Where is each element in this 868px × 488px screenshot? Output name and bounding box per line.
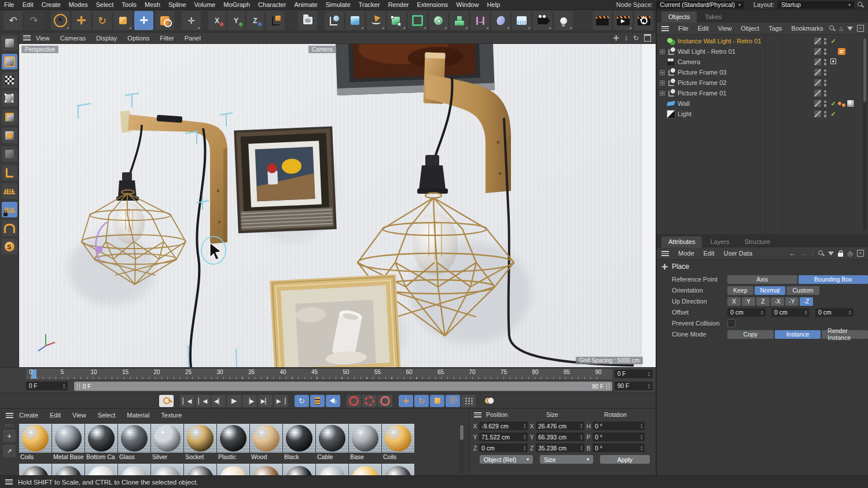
material-thumbnail[interactable] — [382, 424, 414, 453]
option-instance[interactable]: Instance — [775, 330, 821, 339]
render-settings-icon[interactable] — [634, 11, 653, 30]
generator-icon[interactable] — [408, 11, 427, 30]
menu-item-select[interactable]: Select — [92, 1, 118, 8]
material-item[interactable]: Black — [283, 424, 315, 462]
workplane-icon[interactable] — [2, 183, 17, 199]
visibility-toggle-icon[interactable] — [814, 79, 821, 86]
layout-dropdown[interactable]: Startup▾ — [778, 1, 854, 9]
scale-tool-icon[interactable] — [113, 11, 133, 30]
material-drag-handle[interactable] — [5, 424, 14, 427]
texture-mode-icon[interactable] — [2, 72, 17, 88]
status-menu-icon[interactable] — [5, 479, 13, 485]
asset-browser-icon[interactable] — [298, 11, 317, 30]
option-keep[interactable]: Keep — [727, 286, 753, 295]
render-visibility-dots[interactable] — [824, 111, 827, 117]
expand-toggle-icon[interactable]: + — [660, 80, 665, 86]
menu-item-mode[interactable]: Mode — [674, 250, 699, 257]
render-visibility-dots[interactable] — [824, 49, 827, 55]
cube-primitive-icon[interactable] — [345, 11, 365, 30]
record-keyframe-icon[interactable] — [159, 395, 174, 407]
material-scrollbar[interactable] — [459, 424, 464, 474]
menu-item-edit[interactable]: Edit — [693, 25, 713, 32]
material-item[interactable]: Socket — [184, 424, 216, 462]
edge-mode-icon[interactable] — [2, 109, 17, 125]
viewport[interactable]: ViewCamerasDisplayOptionsFilterPanel ✛ ↕… — [19, 32, 656, 367]
track-icon[interactable]: ◎ — [847, 250, 853, 257]
material-item-partial[interactable] — [19, 464, 52, 475]
render-visibility-dots[interactable] — [824, 38, 827, 45]
enabled-check-icon[interactable]: ✓ — [829, 38, 838, 45]
search-icon[interactable] — [858, 2, 863, 8]
goto-start-icon[interactable]: ▏◀ — [180, 395, 194, 407]
material-thumbnail[interactable] — [283, 424, 315, 453]
undo-button[interactable]: ↶ — [3, 11, 23, 30]
key-position-toggle[interactable]: ✛ — [399, 395, 413, 407]
material-item-partial[interactable] — [349, 464, 381, 475]
menu-item-view[interactable]: View — [713, 25, 737, 32]
material-item[interactable]: Plastic — [217, 424, 249, 462]
key-rotation-toggle[interactable]: ↻ — [414, 395, 429, 407]
menu-item-file[interactable]: File — [674, 25, 693, 32]
material-item-partial[interactable] — [184, 464, 216, 475]
range-start-handle[interactable] — [77, 383, 80, 389]
render-visibility-dots[interactable] — [824, 101, 827, 107]
play-sound-icon[interactable]: ) — [326, 395, 340, 407]
camera-badge[interactable]: Camera — [308, 46, 336, 53]
material-menu-icon[interactable] — [6, 413, 13, 418]
render-picture-viewer-icon[interactable]: ▶ — [613, 11, 632, 30]
texture-tag-icon[interactable] — [847, 99, 855, 108]
object-tree-item[interactable]: +Picture Frame 01 — [657, 88, 868, 98]
material-item-partial[interactable] — [151, 464, 183, 475]
play-forward-icon[interactable]: ▶ — [227, 395, 241, 407]
option--z[interactable]: -Z — [800, 297, 813, 306]
material-thumbnail[interactable] — [118, 424, 150, 453]
object-path-icon[interactable]: △ — [839, 25, 843, 31]
option-custom[interactable]: Custom — [786, 286, 819, 295]
rotate-tool-icon[interactable]: ↻ — [93, 11, 112, 30]
lock-icon[interactable] — [838, 253, 843, 257]
current-frame-field[interactable]: 0 F▴▾ — [26, 382, 68, 390]
visibility-toggle-icon[interactable] — [814, 69, 821, 76]
zoom-view-icon[interactable]: ↕ — [624, 34, 628, 42]
rotation-b-field[interactable]: 0 °▴▾ — [593, 443, 645, 452]
object-filter-icon[interactable] — [847, 27, 853, 31]
y-axis-lock-icon[interactable]: Y — [227, 11, 245, 30]
attribute-filter-icon[interactable] — [828, 252, 834, 256]
rotation-p-field[interactable]: 0 °▴▾ — [593, 432, 645, 441]
maximize-view-icon[interactable] — [644, 34, 651, 42]
material-item[interactable]: Base — [349, 424, 381, 462]
floor-environment-icon[interactable] — [512, 11, 531, 30]
apply-button[interactable]: Apply — [600, 455, 650, 464]
render-view-icon[interactable] — [593, 11, 612, 30]
menu-item-object[interactable]: Object — [736, 25, 764, 32]
render-visibility-dots[interactable] — [824, 80, 827, 86]
material-item-partial[interactable] — [85, 464, 117, 475]
redo-button[interactable]: ↷ — [24, 11, 43, 30]
menu-item-edit[interactable]: Edit — [44, 412, 67, 419]
point-mode-icon[interactable] — [2, 91, 17, 106]
attribute-search-icon[interactable] — [818, 250, 824, 256]
menu-item-edit[interactable]: Edit — [19, 1, 38, 8]
object-tree-item[interactable]: +Light✓ — [657, 109, 868, 119]
option-axis[interactable]: Axis — [727, 275, 797, 284]
menu-item-select[interactable]: Select — [92, 412, 122, 419]
rotate-view-icon[interactable]: ↻ — [633, 34, 639, 42]
size-y-field[interactable]: 66.393 cm▴▾ — [536, 432, 584, 441]
coordinates-menu-icon[interactable] — [474, 412, 481, 417]
menu-item-simulate[interactable]: Simulate — [322, 1, 355, 8]
object-tree-item[interactable]: +Wall✓ — [657, 98, 868, 109]
object-tree-item[interactable]: +Camera — [657, 57, 868, 67]
material-item[interactable]: Bottom Ca — [85, 424, 117, 462]
menu-item-character[interactable]: Character — [254, 1, 290, 8]
material-thumbnail[interactable] — [217, 424, 249, 453]
menu-item-tracker[interactable]: Tracker — [355, 1, 384, 8]
offset-field[interactable]: 0 cm▴▾ — [727, 308, 766, 317]
add-material-button[interactable]: + — [3, 430, 16, 442]
material-thumbnail[interactable] — [316, 424, 348, 453]
option--y[interactable]: -Y — [785, 297, 799, 306]
material-item-partial[interactable] — [316, 464, 348, 475]
range-end-field[interactable]: 90 F▴▾ — [615, 382, 653, 390]
material-item[interactable]: Cable — [316, 424, 348, 462]
autokeying-icon[interactable] — [362, 395, 377, 407]
last-tool-icon[interactable]: ✛ — [182, 11, 201, 30]
